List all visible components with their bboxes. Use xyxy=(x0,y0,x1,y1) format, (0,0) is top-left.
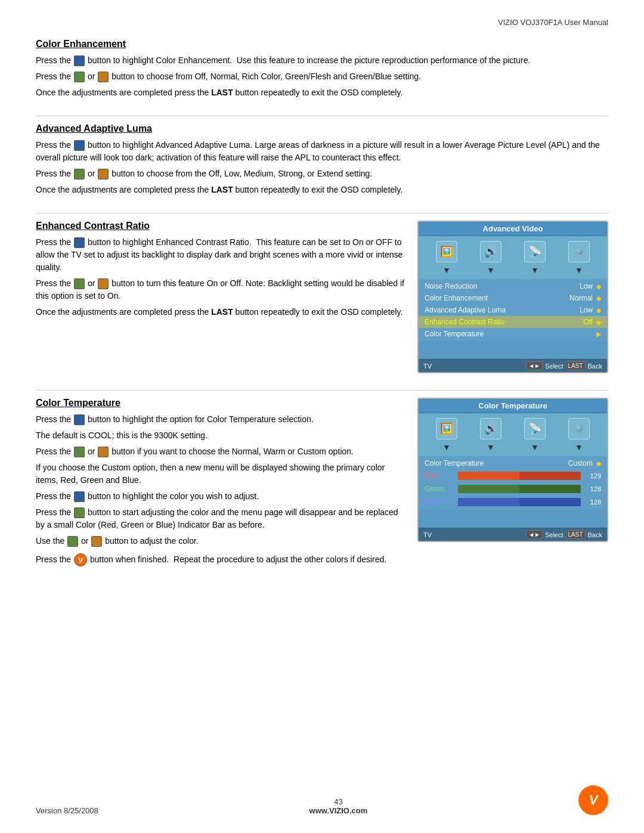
osd-icon-audio: 🔊 xyxy=(480,241,501,262)
manual-title: VIZIO VOJ370F1A User Manual xyxy=(498,18,608,27)
ct-para4: If you choose the Custom option, then a … xyxy=(36,462,405,487)
osd-icon-picture: 🖼️ xyxy=(436,241,457,262)
osd-icons-row: 🖼️ 🔊 📡 ⚙️ xyxy=(419,236,607,265)
footer-version: Version 8/25/2008 xyxy=(36,806,98,815)
section-title-ecr: Enhanced Contrast Ratio xyxy=(36,221,405,231)
section-title-ct: Color Temperature xyxy=(36,398,405,408)
ct-picture-icon: 🖼️ xyxy=(436,418,457,439)
ct-para5: Press the button to highlight the color … xyxy=(36,490,405,503)
osd-ct-icon-tv: 📡 xyxy=(524,418,546,439)
ecr-para3: Once the adjustments are completed press… xyxy=(36,306,405,318)
osd-menu-items: Noise Reduction Low ◆ Color Enhancement … xyxy=(419,279,607,341)
audio-icon: 🔊 xyxy=(480,241,501,262)
section-color-temperature: Color Temperature Press the button to hi… xyxy=(36,398,608,570)
osd-last-btn: LAST xyxy=(566,361,586,370)
section-body-ecr: Press the button to highlight Enhanced C… xyxy=(36,236,405,318)
divider3 xyxy=(36,390,608,391)
ce-para3: Once the adjustments are completed press… xyxy=(36,86,608,99)
osd-title: Advanced Video xyxy=(419,222,607,236)
osd-ct-bottom-bar: TV ◄► Select LAST Back xyxy=(419,528,607,541)
ecr-para2: Press the or button to turn this feature… xyxy=(36,277,405,302)
ok-button-icon-ct2 xyxy=(74,491,85,502)
ct-settings-icon: ⚙️ xyxy=(568,418,590,439)
ct-para8: Press the V button when finished. Repeat… xyxy=(36,553,405,566)
ct-sub-icon-3: ▼ xyxy=(527,442,543,453)
left-button-icon-ecr xyxy=(74,278,85,289)
osd-item-noise-reduction: Noise Reduction Low ◆ xyxy=(419,280,607,292)
ecr-screen-col: Advanced Video 🖼️ 🔊 📡 ⚙️ xyxy=(417,221,608,373)
right-button-icon-aal xyxy=(98,169,109,179)
ce-para1: Press the button to highlight Color Enha… xyxy=(36,54,608,67)
osd-ct-red-row: Red 129 xyxy=(419,469,607,482)
website: www.VIZIO.com xyxy=(309,806,368,815)
page-footer: Version 8/25/2008 43 www.VIZIO.com V xyxy=(36,785,608,815)
section-title-color-enhancement: Color Enhancement xyxy=(36,39,608,49)
osd-icons-sub-row: ▼ ▼ ▼ ▼ xyxy=(419,265,607,279)
divider1 xyxy=(36,116,608,116)
ct-para1: Press the button to highlight the option… xyxy=(36,413,405,426)
vizio-logo: V xyxy=(578,785,608,815)
picture-icon: 🖼️ xyxy=(436,241,457,262)
blue-bar-track xyxy=(458,498,581,506)
settings-icon: ⚙️ xyxy=(568,241,590,262)
sub-icon-4: ▼ xyxy=(571,265,587,275)
left-button-icon-ct2 xyxy=(67,536,78,547)
osd-select-label: Select xyxy=(545,363,564,370)
ct-sub-icon-4: ▼ xyxy=(571,442,587,453)
green-bar-track xyxy=(458,485,581,493)
right-button-icon-ecr xyxy=(98,278,109,289)
osd-ct-icon-picture: 🖼️ xyxy=(436,418,457,439)
ct-sub-icon-1: ▼ xyxy=(438,442,455,453)
ct-para7: Use the or button to adjust the color. xyxy=(36,535,405,547)
last-bold-ecr: LAST xyxy=(211,307,233,317)
osd-spacer xyxy=(419,341,607,359)
osd-ct-back-label: Back xyxy=(588,531,602,538)
blue-value: 128 xyxy=(584,498,601,506)
ecr-para1: Press the button to highlight Enhanced C… xyxy=(36,236,405,274)
green-label: Green xyxy=(425,485,454,493)
ce-para2: Press the or button to choose from Off, … xyxy=(36,70,608,83)
ct-sub-icon-2: ▼ xyxy=(482,442,499,453)
ct-text-col: Color Temperature Press the button to hi… xyxy=(36,398,405,570)
osd-ct-tv-label: TV xyxy=(423,531,432,538)
ok-button-icon-ct xyxy=(74,414,85,425)
osd-ct-last-btn: LAST xyxy=(566,530,586,539)
red-bar-fill xyxy=(458,472,519,480)
section-color-enhancement: Color Enhancement Press the button to hi… xyxy=(36,39,608,99)
osd-ct-select-label: Select xyxy=(545,531,564,538)
right-button-icon xyxy=(98,72,109,82)
aal-para2: Press the or button to choose from the O… xyxy=(36,168,608,180)
red-value: 129 xyxy=(584,472,601,479)
footer-center: 43 www.VIZIO.com xyxy=(309,797,368,815)
vizio-ok-icon: V xyxy=(74,553,87,566)
ct-screen-col: Color Temperature 🖼️ 🔊 📡 ⚙️ xyxy=(417,398,608,542)
section-title-aal: Advanced Adaptive Luma xyxy=(36,123,608,134)
footer-logo: V xyxy=(578,785,608,815)
aal-para1: Press the button to highlight Advanced A… xyxy=(36,139,608,164)
section-body-ct: Press the button to highlight the option… xyxy=(36,413,405,566)
osd-back-label: Back xyxy=(588,363,602,370)
ok-button-icon xyxy=(74,55,85,66)
ct-para3: Press the or button if you want to choos… xyxy=(36,445,405,458)
aal-para3: Once the adjustments are completed press… xyxy=(36,184,608,196)
red-label: Red xyxy=(425,472,454,480)
last-bold-aal: LAST xyxy=(211,185,233,194)
tv-icon: 📡 xyxy=(524,241,546,262)
ok-button-icon-ct3 xyxy=(74,507,85,518)
osd-ct-title: Color Temperature xyxy=(419,399,607,413)
green-bar-fill xyxy=(458,485,519,493)
ok-button-icon-aal xyxy=(74,140,85,151)
osd-item-color-temp: Color Temperature ▶ xyxy=(419,328,607,340)
osd-item-aal: Advanced Adaptive Luma Low ◆ xyxy=(419,304,607,316)
osd-ct-icons-row: 🖼️ 🔊 📡 ⚙️ xyxy=(419,413,607,442)
ecr-text-col: Enhanced Contrast Ratio Press the button… xyxy=(36,221,405,322)
last-bold: LAST xyxy=(211,88,233,97)
osd-color-temperature: Color Temperature 🖼️ 🔊 📡 ⚙️ xyxy=(417,398,608,542)
divider2 xyxy=(36,213,608,213)
blue-label: Blue xyxy=(425,498,454,506)
ct-tv-icon: 📡 xyxy=(524,418,546,439)
osd-ct-bottom-controls: ◄► Select LAST Back xyxy=(526,530,602,539)
osd-ct-menu-items: Color Temperature Custom ◆ Red 129 xyxy=(419,456,607,510)
osd-ct-blue-row: Blue 128 xyxy=(419,496,607,509)
osd-bottom-bar: TV ◄► Select LAST Back xyxy=(419,359,607,372)
